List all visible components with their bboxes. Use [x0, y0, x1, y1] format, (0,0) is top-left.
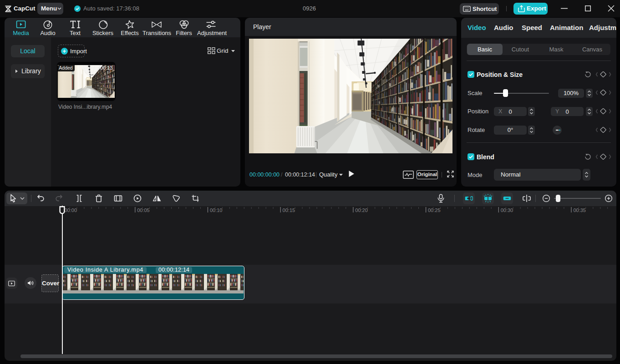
svg-text:00:05: 00:05	[137, 207, 150, 213]
svg-text:00:00: 00:00	[65, 207, 77, 213]
svg-text:00:30: 00:30	[501, 207, 513, 213]
svg-text:00:25: 00:25	[428, 207, 441, 213]
svg-text:00:10: 00:10	[210, 207, 223, 213]
svg-text:00:20: 00:20	[355, 207, 368, 213]
svg-text:00:15: 00:15	[283, 207, 295, 213]
svg-text:00:35: 00:35	[573, 207, 586, 213]
